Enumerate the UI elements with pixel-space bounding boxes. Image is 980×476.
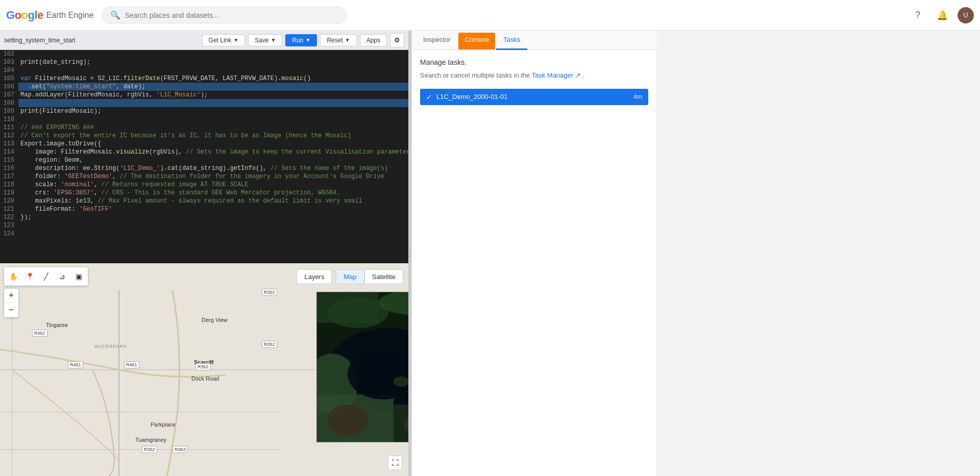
task-checkmark: ✓ — [426, 93, 432, 101]
right-content: Manage tasks. Search or cancel multiple … — [412, 50, 656, 476]
code-line: 118 scale: 'nominal', // Returns request… — [0, 181, 408, 189]
code-line: 103 print(date_string); — [0, 58, 408, 66]
logo-text: Earth Engine — [46, 11, 94, 20]
layers-button[interactable]: Layers — [297, 269, 332, 284]
search-bar[interactable]: 🔍 — [102, 7, 347, 23]
header: Google Earth Engine 🔍 ? 🔔 U — [0, 0, 980, 31]
code-line: 106 .set("system:time_start", date); — [0, 83, 408, 91]
fullscreen-button[interactable]: ⛶ — [388, 456, 402, 470]
run-button[interactable]: Run ▼ — [285, 34, 317, 46]
satellite-image — [317, 292, 408, 442]
task-item-time: 4m — [633, 93, 642, 101]
apps-button[interactable]: Apps — [360, 34, 387, 46]
code-line: 113 Export.image.toDrive({ — [0, 140, 408, 148]
map-toolbar: ✋ 📍 ╱ ⊿ ▣ — [4, 267, 88, 286]
map-type-controls: Layers Map Satellite — [297, 269, 403, 284]
get-link-button[interactable]: Get Link ▼ — [202, 34, 246, 46]
code-line: 117 folder: 'GEETestDemo', // The destin… — [0, 172, 408, 181]
svg-point-17 — [394, 377, 408, 387]
code-line: 115 region: Geom, — [0, 156, 408, 164]
reset-button[interactable]: Reset ▼ — [320, 34, 356, 46]
save-button[interactable]: Save ▼ — [248, 34, 282, 46]
code-line: 120 maxPixels: 1e13, // Max Pixel amount… — [0, 197, 408, 205]
task-item-name: L1C_Demo_2000-01-01 — [436, 93, 633, 101]
code-line: 116 description: ee.String('L1C_Demo_').… — [0, 164, 408, 172]
point-tool[interactable]: 📍 — [22, 269, 37, 284]
code-line: 122 }); — [0, 213, 408, 221]
select-tool[interactable]: ▣ — [71, 269, 86, 284]
code-line: 108 — [0, 99, 408, 107]
code-line: 111 // ### EXPORTING ### — [0, 123, 408, 132]
notifications-icon[interactable]: 🔔 — [933, 6, 951, 24]
settings-button[interactable]: ⚙ — [390, 33, 404, 47]
map-tab-satellite[interactable]: Satellite — [364, 270, 403, 284]
avatar[interactable]: U — [958, 7, 974, 23]
code-toolbar: setting_system_time_start Get Link ▼ Sav… — [0, 31, 408, 50]
task-list: ✓ L1C_Demo_2000-01-01 4m — [420, 89, 648, 105]
tab-console[interactable]: Console — [458, 33, 495, 49]
left-panel: setting_system_time_start Get Link ▼ Sav… — [0, 31, 408, 476]
search-input[interactable] — [125, 11, 338, 19]
tasks-title: Manage tasks. — [420, 58, 648, 66]
code-line: 105 var FilteredMosaic = S2_L1C.filterDa… — [0, 74, 408, 83]
tasks-description: Search or cancel multiple tasks in the T… — [420, 70, 648, 81]
svg-rect-10 — [317, 292, 378, 323]
tab-inspector[interactable]: Inspector — [416, 31, 457, 50]
code-line: 123 — [0, 221, 408, 230]
code-line: 119 crs: 'EPSG:3857', // CRS - This is t… — [0, 189, 408, 197]
help-icon[interactable]: ? — [909, 6, 927, 24]
hand-tool[interactable]: ✋ — [6, 269, 20, 284]
main-layout: setting_system_time_start Get Link ▼ Sav… — [0, 31, 980, 476]
code-line: 107 Map.addLayer(FilteredMosaic, rgbVis,… — [0, 91, 408, 99]
code-line: 124 — [0, 230, 408, 238]
code-line: 104 — [0, 66, 408, 74]
code-line: 112 // Can't export the entire IC becaus… — [0, 132, 408, 140]
header-right: ? 🔔 U — [909, 6, 974, 24]
zoom-out-button[interactable]: − — [4, 303, 18, 317]
shape-tool[interactable]: ⊿ — [55, 269, 69, 284]
svg-point-18 — [327, 405, 368, 435]
code-line: 110 — [0, 115, 408, 123]
code-line: 102 — [0, 50, 408, 58]
map-satellite-tabs: Map Satellite — [336, 269, 403, 284]
google-logo: Google — [6, 9, 43, 22]
task-manager-link[interactable]: Task Manager ↗ — [532, 71, 583, 79]
map-container[interactable]: ✋ 📍 ╱ ⊿ ▣ + − Tingaree Derg View WATERPA… — [0, 263, 408, 477]
right-tabs: Inspector Console Tasks — [412, 31, 656, 50]
code-editor[interactable]: 102 103 print(date_string); 104 105 var … — [0, 50, 408, 263]
search-icon: 🔍 — [110, 10, 120, 20]
code-line: 109 print(FilteredMosaic); — [0, 107, 408, 115]
zoom-controls: + − — [4, 289, 18, 317]
satellite-overlay — [316, 292, 408, 442]
tab-tasks[interactable]: Tasks — [496, 31, 527, 50]
task-item[interactable]: ✓ L1C_Demo_2000-01-01 4m — [420, 89, 648, 105]
file-name: setting_system_time_start — [4, 37, 75, 44]
right-panel: Inspector Console Tasks Manage tasks. Se… — [411, 31, 656, 476]
code-line: 121 fileFormat: 'GeoTIFF' — [0, 205, 408, 213]
zoom-in-button[interactable]: + — [4, 289, 18, 303]
map-tab-map[interactable]: Map — [336, 270, 364, 284]
logo: Google Earth Engine — [6, 9, 93, 22]
line-tool[interactable]: ╱ — [39, 269, 53, 284]
panel-divider[interactable] — [408, 31, 411, 476]
code-line: 114 image: FilteredMosaic.visualize(rgbV… — [0, 148, 408, 156]
